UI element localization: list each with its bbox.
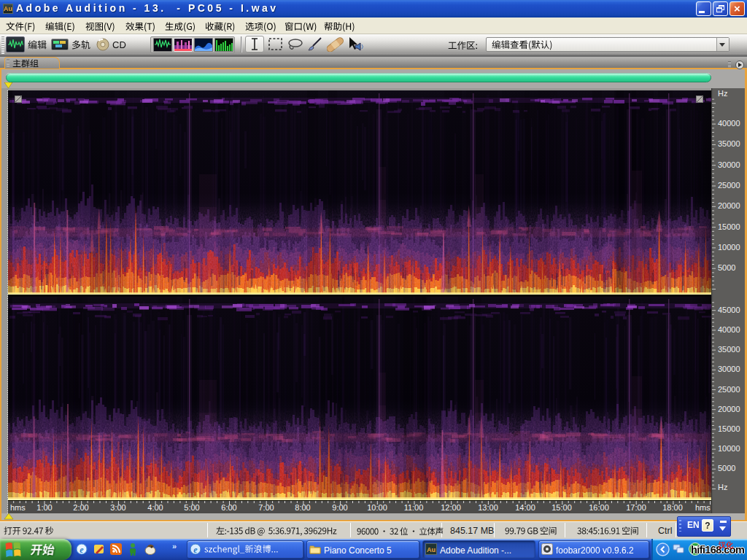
svg-text:17:00: 17:00	[626, 503, 646, 512]
svg-text:Hz: Hz	[718, 89, 727, 98]
svg-text:45000: 45000	[718, 306, 740, 314]
svg-text:35000: 35000	[718, 345, 740, 354]
svg-text:25000: 25000	[718, 385, 740, 394]
svg-text:hms: hms	[10, 503, 26, 512]
svg-text:15000: 15000	[718, 222, 740, 231]
svg-text:Hz: Hz	[718, 483, 727, 491]
svg-text:30000: 30000	[718, 160, 740, 169]
svg-text:16:00: 16:00	[589, 503, 609, 512]
svg-text:Au: Au	[427, 546, 436, 553]
svg-text:10000: 10000	[718, 243, 740, 252]
svg-text:e: e	[80, 545, 84, 555]
svg-text:e: e	[193, 545, 198, 555]
svg-text:5:00: 5:00	[184, 503, 199, 512]
svg-text:2:00: 2:00	[73, 503, 88, 512]
svg-text:6:00: 6:00	[221, 503, 236, 512]
svg-text:20000: 20000	[718, 405, 740, 413]
svg-text:11:00: 11:00	[404, 503, 424, 512]
svg-text:10000: 10000	[718, 444, 740, 453]
svg-text:5000: 5000	[718, 464, 735, 472]
svg-text:13:00: 13:00	[478, 503, 498, 512]
svg-text:20000: 20000	[718, 201, 740, 210]
svg-text:4:00: 4:00	[147, 503, 163, 512]
svg-text:15000: 15000	[718, 424, 740, 433]
svg-text:18:00: 18:00	[662, 503, 683, 512]
svg-text:3:00: 3:00	[110, 503, 125, 512]
svg-text:8:00: 8:00	[295, 503, 310, 512]
svg-text:hms: hms	[695, 503, 711, 512]
svg-text:14:00: 14:00	[515, 503, 535, 512]
svg-text:40000: 40000	[718, 325, 740, 334]
svg-text:7:00: 7:00	[258, 503, 274, 512]
svg-text:9:00: 9:00	[332, 503, 347, 512]
svg-text:25000: 25000	[718, 181, 740, 190]
svg-text:1:00: 1:00	[36, 503, 52, 512]
svg-text:12:00: 12:00	[441, 503, 461, 512]
svg-text:15:00: 15:00	[551, 503, 572, 512]
svg-text:5000: 5000	[718, 263, 735, 272]
svg-text:40000: 40000	[718, 119, 740, 128]
svg-text:35000: 35000	[718, 139, 740, 148]
svg-text:30000: 30000	[718, 365, 740, 373]
svg-text:10:00: 10:00	[367, 503, 387, 512]
